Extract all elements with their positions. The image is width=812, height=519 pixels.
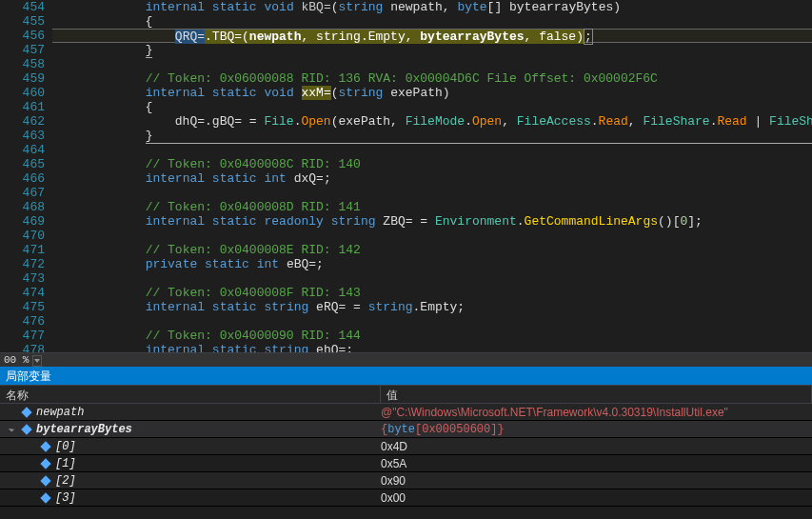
code-line[interactable]: dhQ=.gBQ= = File.Open(exePath, FileMode.… (56, 114, 812, 129)
expand-toggle-icon (23, 474, 36, 488)
variable-name: newpath (36, 406, 84, 419)
code-line[interactable]: QRQ=.TBQ=(newpath, string.Empty, bytearr… (52, 29, 812, 43)
variable-name: bytearrayBytes (36, 423, 132, 436)
variable-name: [2] (55, 474, 76, 488)
variable-value: 0x90 (381, 474, 812, 488)
code-area[interactable]: internal static void kBQ=(string newpath… (52, 0, 812, 352)
code-line[interactable]: { (56, 14, 812, 29)
expand-toggle-icon (23, 457, 36, 470)
code-line[interactable] (56, 186, 812, 200)
expand-toggle-icon (4, 406, 17, 419)
code-line[interactable] (56, 57, 812, 71)
locals-panel-title: 局部变量 (0, 367, 812, 385)
variable-row[interactable]: newpath@"C:\Windows\Microsoft.NET\Framew… (0, 404, 812, 421)
code-line[interactable]: // Token: 0x04000090 RID: 144 (56, 329, 812, 343)
variable-value: 0x4D (381, 440, 812, 453)
variable-icon (40, 441, 51, 452)
code-line[interactable]: // Token: 0x0400008C RID: 140 (56, 157, 812, 171)
variable-icon (21, 407, 32, 418)
variable-row[interactable]: [3]0x00 (0, 489, 812, 507)
zoom-dropdown-icon[interactable] (32, 355, 42, 367)
variable-value: 0x5A (381, 457, 812, 470)
code-line[interactable]: { (56, 100, 812, 114)
code-line[interactable]: internal static int dxQ=; (56, 171, 812, 186)
code-line[interactable]: internal static void xxM=(string exePath… (56, 86, 812, 100)
line-gutter: 4544554564574584594604614624634644654664… (0, 0, 52, 352)
variable-value: {byte[0x00050600]} (381, 422, 812, 436)
code-editor[interactable]: 4544554564574584594604614624634644654664… (0, 0, 812, 352)
code-line[interactable]: internal static readonly string ZBQ= = E… (56, 214, 812, 229)
variable-row[interactable]: [0]0x4D (0, 438, 812, 455)
variable-row[interactable]: [2]0x90 (0, 472, 812, 489)
variable-value: 0x00 (381, 491, 812, 505)
expand-toggle-icon (23, 440, 36, 453)
variable-icon (40, 492, 51, 504)
expand-toggle-icon[interactable] (4, 423, 17, 436)
code-line[interactable]: internal static string ehQ=; (56, 343, 812, 352)
variable-name: [1] (55, 457, 76, 470)
col-name-header[interactable]: 名称 (0, 386, 381, 403)
locals-body[interactable]: newpath@"C:\Windows\Microsoft.NET\Framew… (0, 404, 812, 507)
zoom-level[interactable]: 00 % (0, 354, 32, 366)
expand-toggle-icon (23, 491, 36, 505)
col-value-header[interactable]: 值 (381, 386, 812, 403)
variable-name: [3] (55, 491, 76, 505)
zoom-bar: 00 % (0, 352, 812, 367)
code-line[interactable]: // Token: 0x0400008D RID: 141 (56, 200, 812, 214)
variable-icon (40, 475, 51, 487)
code-line[interactable]: internal static void kBQ=(string newpath… (56, 0, 812, 14)
code-line[interactable]: private static int eBQ=; (56, 257, 812, 271)
variable-value: @"C:\Windows\Microsoft.NET\Framework\v4.… (381, 406, 812, 419)
code-line[interactable] (56, 143, 812, 157)
code-line[interactable]: // Token: 0x0400008F RID: 143 (56, 286, 812, 300)
variable-row[interactable]: [1]0x5A (0, 455, 812, 472)
variable-name: [0] (55, 440, 76, 453)
code-line[interactable]: // Token: 0x06000088 RID: 136 RVA: 0x000… (56, 71, 812, 86)
variable-row[interactable]: bytearrayBytes{byte[0x00050600]} (0, 421, 812, 438)
code-line[interactable]: // Token: 0x0400008E RID: 142 (56, 243, 812, 257)
variable-icon (21, 424, 32, 435)
locals-header: 名称 值 (0, 385, 812, 404)
code-line[interactable]: } (56, 43, 812, 57)
code-line[interactable]: } (56, 129, 812, 143)
code-line[interactable]: internal static string eRQ= = string.Emp… (56, 300, 812, 314)
code-line[interactable] (56, 271, 812, 286)
code-line[interactable] (56, 314, 812, 329)
code-line[interactable] (56, 229, 812, 243)
variable-icon (40, 458, 51, 469)
